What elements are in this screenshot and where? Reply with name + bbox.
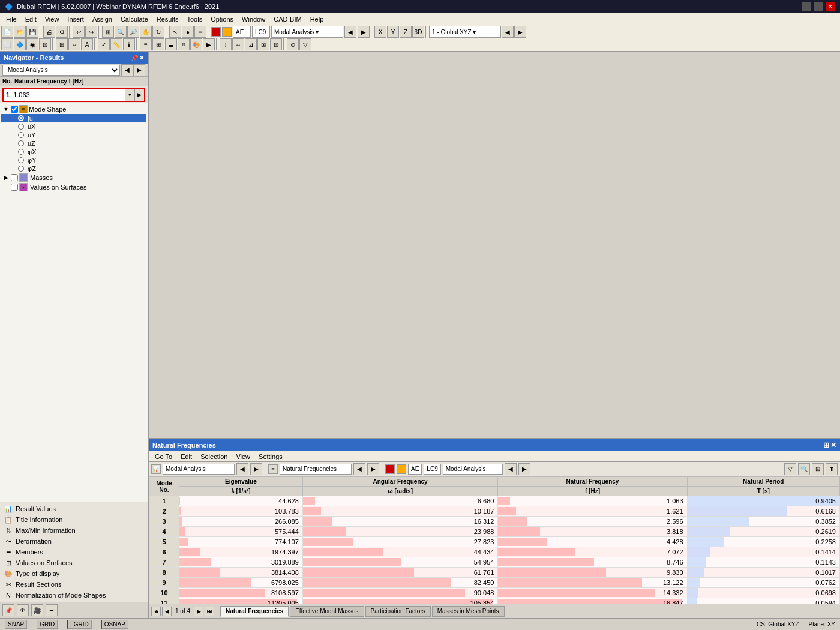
mode-next-btn[interactable]: ▶ (134, 89, 144, 101)
menu-results[interactable]: Results (153, 15, 182, 23)
tb-print[interactable]: 🖨 (43, 26, 55, 38)
tab-effective-modal[interactable]: Effective Modal Masses (290, 606, 364, 617)
menu-cadbim[interactable]: CAD-BIM (270, 15, 305, 23)
tab-prev-btn[interactable]: ◀ (162, 607, 172, 616)
tb-zoom-all[interactable]: ⊞ (102, 26, 114, 38)
tb-beam[interactable]: ━ (194, 26, 206, 38)
masses-checkbox[interactable] (11, 174, 18, 181)
table-row[interactable]: 4575.44423.9883.8180.2619 (149, 527, 840, 537)
menu-file[interactable]: File (2, 15, 20, 23)
tab-participation[interactable]: Participation Factors (365, 606, 431, 617)
status-lgrid[interactable]: LGRID (67, 620, 92, 629)
uz-radio[interactable] (18, 140, 24, 146)
tb-info2[interactable]: ℹ (123, 38, 135, 50)
bp-lc-next[interactable]: ▶ (518, 463, 530, 475)
bp-view[interactable]: View (232, 452, 254, 461)
tb-node[interactable]: ● (182, 26, 194, 38)
menu-edit[interactable]: Edit (22, 15, 40, 23)
navigator-dropdown[interactable]: Modal Analysis (2, 65, 120, 76)
minimize-button[interactable]: ─ (802, 2, 811, 11)
tb-check[interactable]: ✓ (98, 38, 110, 50)
maximize-button[interactable]: □ (814, 2, 823, 11)
menu-insert[interactable]: Insert (64, 15, 88, 23)
menu-tools[interactable]: Tools (183, 15, 206, 23)
phiz-radio[interactable] (18, 166, 24, 172)
tb-result1[interactable]: ≡ (140, 38, 152, 50)
menu-calculate[interactable]: Calculate (117, 15, 152, 23)
bp-search-btn[interactable]: 🔍 (798, 463, 810, 475)
tb-measure[interactable]: 📏 (110, 38, 122, 50)
table-row[interactable]: 96798.02582.45013.1220.0762 (149, 578, 840, 588)
tb-rotate[interactable]: ↻ (152, 26, 164, 38)
tb-filter[interactable]: ▽ (299, 38, 311, 50)
tb-zoom-out[interactable]: 🔎 (127, 26, 139, 38)
tb-x1[interactable]: ↕ (220, 38, 232, 50)
bp-edit[interactable]: Edit (177, 452, 196, 461)
tb-view-z[interactable]: Z (400, 26, 412, 38)
tb-color-anim[interactable]: 🎨 (190, 38, 202, 50)
table-row[interactable]: 61974.39744.4347.0720.1414 (149, 547, 840, 557)
mode-dropdown-btn[interactable]: ▾ (125, 89, 134, 101)
tb-view-front[interactable]: ⬜ (1, 38, 13, 50)
mode-frequency-input[interactable] (12, 91, 125, 99)
phiy-radio[interactable] (18, 157, 24, 163)
tb-label[interactable]: A (81, 38, 93, 50)
status-snap[interactable]: SNAP (5, 620, 27, 629)
tb-open[interactable]: 📂 (14, 26, 26, 38)
nav-footer-btn3[interactable]: 🎥 (31, 604, 43, 616)
coord-system-dropdown[interactable]: 1 - Global XYZ ▾ (429, 26, 501, 38)
uy-radio[interactable] (18, 132, 24, 138)
table-row[interactable]: 144.6286.6801.0630.9405 (149, 496, 840, 506)
bp-goto[interactable]: Go To (151, 452, 176, 461)
mode-shape-checkbox[interactable] (11, 106, 18, 113)
menu-help[interactable]: Help (307, 15, 328, 23)
phix-radio[interactable] (18, 149, 24, 155)
nav-type-display[interactable]: 🎨 Type of display (1, 568, 146, 579)
table-row[interactable]: 73019.88954.9548.7460.1143 (149, 557, 840, 568)
nav-prev-btn[interactable]: ◀ (121, 64, 133, 76)
bp-close-btn[interactable]: ✕ (830, 441, 836, 449)
menu-window[interactable]: Window (238, 15, 269, 23)
bp-next-btn[interactable]: ▶ (250, 463, 262, 475)
bp-lc-prev[interactable]: ◀ (505, 463, 517, 475)
ux-radio[interactable] (18, 124, 24, 130)
table-row[interactable]: 5774.10727.8234.4280.2258 (149, 537, 840, 547)
tree-u-abs[interactable]: |u| (1, 114, 146, 122)
bp-prev2-btn[interactable]: ◀ (353, 463, 365, 475)
nav-footer-btn1[interactable]: 📌 (2, 604, 14, 616)
tab-natural-freq[interactable]: Natural Frequencies (220, 606, 289, 617)
tb-zoom-in[interactable]: 🔍 (115, 26, 127, 38)
val-surf-checkbox[interactable] (11, 184, 18, 191)
bp-selection[interactable]: Selection (197, 452, 231, 461)
tab-first-btn[interactable]: ⏮ (151, 607, 161, 616)
u-abs-radio[interactable] (18, 115, 24, 121)
nav-result-values[interactable]: 📊 Result Values (1, 503, 146, 514)
nav-footer-btn4[interactable]: ━ (46, 604, 58, 616)
tab-last-btn[interactable]: ⏭ (205, 607, 214, 616)
nav-footer-btn2[interactable]: 👁 (17, 604, 29, 616)
nav-result-sections[interactable]: ✂ Result Sections (1, 579, 146, 590)
tb-new[interactable]: 📄 (1, 26, 13, 38)
tree-ux[interactable]: uX (1, 122, 146, 131)
tb-view-x[interactable]: X (374, 26, 386, 38)
lc-prev[interactable]: ◀ (344, 26, 356, 38)
tb-grid[interactable]: ⊞ (56, 38, 68, 50)
tree-phiy[interactable]: φY (1, 156, 146, 164)
tb-undo[interactable]: ↩ (73, 26, 85, 38)
tree-values-surfaces[interactable]: × Values on Surfaces (1, 182, 146, 192)
tb-anim[interactable]: ▶ (203, 38, 215, 50)
status-grid[interactable]: GRID (37, 620, 58, 629)
tb-dim[interactable]: ↔ (68, 38, 80, 50)
tab-masses-mesh[interactable]: Masses in Mesh Points (432, 606, 505, 617)
tb-result3[interactable]: ≣ (165, 38, 177, 50)
table-row[interactable]: 2103.78310.1871.6210.6168 (149, 506, 840, 517)
menu-view[interactable]: View (41, 15, 63, 23)
tab-next-btn[interactable]: ▶ (194, 607, 203, 616)
tree-phiz[interactable]: φZ (1, 164, 146, 173)
tree-uz[interactable]: uZ (1, 139, 146, 148)
bp-prev-btn[interactable]: ◀ (236, 463, 248, 475)
tb-redo[interactable]: ↪ (85, 26, 97, 38)
bp-undock-btn[interactable]: ⊞ (823, 441, 829, 449)
nav-pin-icon[interactable]: 📌 (131, 55, 138, 61)
tb-x2[interactable]: ↔ (232, 38, 244, 50)
